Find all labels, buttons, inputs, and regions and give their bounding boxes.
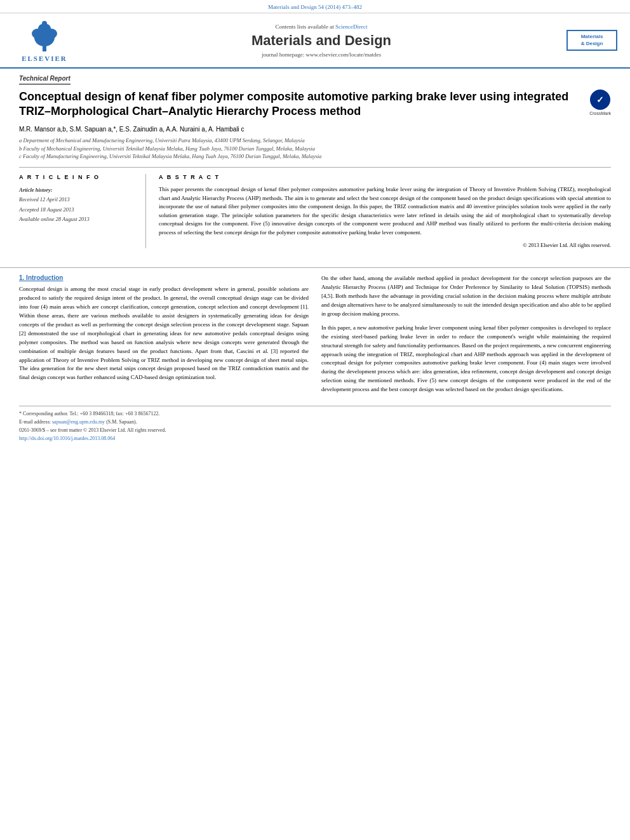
issn-line: 0261-3069/$ – see front matter © 2013 El… [19, 427, 611, 435]
available-date: Available online 28 August 2013 [19, 215, 136, 224]
affiliation-c: c Faculty of Manufacturing Engineering, … [19, 152, 611, 161]
history-label: Article history: [19, 185, 136, 195]
svg-point-5 [42, 21, 47, 26]
email-suffix: (S.M. Sapuan). [106, 419, 137, 425]
footnote-area: * Corresponding author. Tel.: +60 3 8946… [19, 406, 611, 443]
intro-paragraph-1: Conceptual design is among the most cruc… [19, 285, 309, 382]
abstract-text: This paper presents the conceptual desig… [159, 185, 611, 237]
journal-center-info: Contents lists available at ScienceDirec… [76, 23, 566, 58]
crossmark-container: ✓ CrossMark [589, 90, 611, 116]
article-history: Article history: Received 12 April 2013 … [19, 185, 136, 224]
article-title-row: Conceptual design of kenaf fiber polymer… [19, 90, 611, 119]
contents-line: Contents lists available at ScienceDirec… [89, 23, 554, 30]
email-label: E-mail address: [19, 419, 51, 425]
affiliations: a Department of Mechanical and Manufactu… [19, 137, 611, 161]
right-column: On the other hand, among the available m… [321, 274, 611, 399]
abstract-column: A B S T R A C T This paper presents the … [159, 174, 611, 248]
article-info-heading: A R T I C L E I N F O [19, 174, 136, 180]
abstract-heading: A B S T R A C T [159, 174, 611, 180]
journal-badge: Materials & Design [566, 30, 617, 51]
intro-paragraph-right-2: In this paper, a new automotive parking … [321, 324, 611, 395]
left-column: 1. Introduction Conceptual design is amo… [19, 274, 309, 399]
article-info-column: A R T I C L E I N F O Article history: R… [19, 174, 146, 248]
received-date: Received 12 April 2013 [19, 195, 136, 204]
elsevier-logo-area: ELSEVIER [13, 18, 76, 62]
crossmark-label: CrossMark [589, 111, 611, 116]
accepted-date: Accepted 18 August 2013 [19, 205, 136, 215]
sciencedirect-link[interactable]: ScienceDirect [335, 23, 367, 30]
article-title: Conceptual design of kenaf fiber polymer… [19, 90, 589, 119]
materials-design-badge: Materials & Design [566, 30, 617, 51]
journal-homepage: journal homepage: www.elsevier.com/locat… [89, 51, 554, 58]
article-body: Technical Report Conceptual design of ke… [0, 69, 630, 261]
journal-citation-line: Materials and Design 54 (2014) 473–482 [0, 0, 630, 13]
email-line: E-mail address: sapuan@eng.upm.edu.my (S… [19, 418, 611, 427]
intro-heading: 1. Introduction [19, 274, 309, 281]
crossmark-icon: ✓ [590, 90, 610, 110]
main-content: 1. Introduction Conceptual design is amo… [0, 267, 630, 455]
elsevier-text: ELSEVIER [22, 55, 67, 62]
intro-paragraph-right-1: On the other hand, among the available m… [321, 274, 611, 319]
email-address[interactable]: sapuan@eng.upm.edu.my [52, 419, 105, 425]
corresponding-author: * Corresponding author. Tel.: +60 3 8946… [19, 410, 611, 418]
svg-rect-6 [43, 26, 46, 31]
elsevier-logo: ELSEVIER [22, 18, 67, 62]
affiliation-b: b Faculty of Mechanical Engineering, Uni… [19, 145, 611, 153]
doi-link[interactable]: http://dx.doi.org/10.1016/j.matdes.2013.… [19, 435, 611, 443]
info-abstract-section: A R T I C L E I N F O Article history: R… [19, 167, 611, 248]
two-column-main: 1. Introduction Conceptual design is amo… [19, 274, 611, 399]
article-type-label: Technical Report [19, 75, 70, 84]
elsevier-tree-icon [25, 18, 64, 53]
copyright-line: © 2013 Elsevier Ltd. All rights reserved… [159, 242, 611, 248]
journal-title: Materials and Design [89, 32, 554, 49]
journal-header: ELSEVIER Contents lists available at Sci… [0, 13, 630, 69]
journal-citation: Materials and Design 54 (2014) 473–482 [268, 4, 362, 10]
affiliation-a: a Department of Mechanical and Manufactu… [19, 137, 611, 145]
authors-line: M.R. Mansor a,b, S.M. Sapuan a,*, E.S. Z… [19, 126, 611, 133]
